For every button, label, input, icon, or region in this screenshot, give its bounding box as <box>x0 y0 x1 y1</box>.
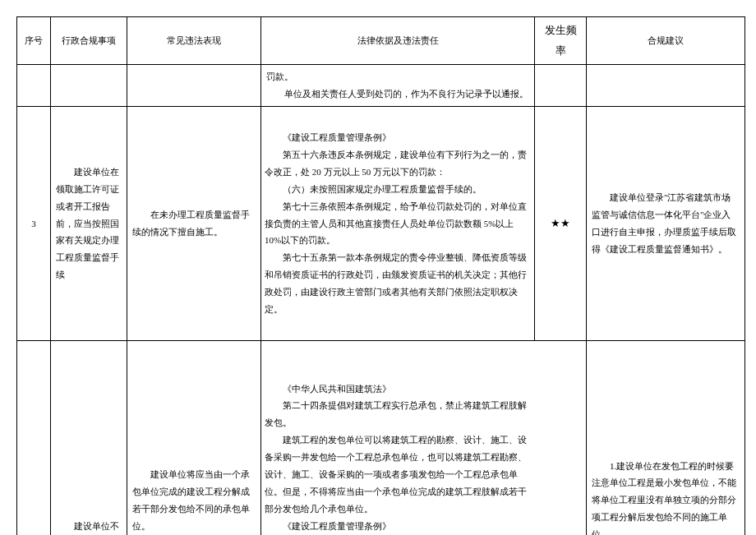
cell-suggest: 1.建设单位在发包工程的时候要注意单位工程是最小发包单位，不能将单位工程里没有单… <box>587 340 745 535</box>
legal-line: 《建设工程质量管理条例》 <box>265 518 532 535</box>
legal-line: 单位及相关责任人受到处罚的，作为不良行为记录予以通报。 <box>266 85 529 103</box>
header-seq: 序号 <box>17 17 51 65</box>
cell-matter: 建设单位在领取施工许可证或者开工报告前，应当按照国家有关规定办理工程质量监督手续 <box>51 107 127 341</box>
cell-seq: 4 <box>17 340 51 535</box>
cell-freq: ★ ★★ <box>535 340 587 535</box>
matter-text: 建设单位在领取施工许可证或者开工报告前，应当按照国家有关规定办理工程质量监督手续 <box>56 164 122 284</box>
legal-line: 《中华人民共和国建筑法》 <box>265 380 532 398</box>
legal-line: 第七十三条依照本条例规定，给予单位罚款处罚的，对单位直接负责的主管人员和其他直接… <box>265 198 531 250</box>
cell-matter <box>51 65 127 107</box>
cell-freq <box>535 65 587 107</box>
table-row: 3 建设单位在领取施工许可证或者开工报告前，应当按照国家有关规定办理工程质量监督… <box>17 107 745 341</box>
legal-line: 第二十四条提倡对建筑工程实行总承包，禁止将建筑工程肢解发包。 <box>265 397 532 431</box>
cell-suggest: 建设单位登录"江苏省建筑市场监管与诚信信息一体化平台"企业入口进行自主申报，办理… <box>587 107 745 341</box>
suggest-line: 1.建设单位在发包工程的时候要注意单位工程是最小发包单位，不能将单位工程里没有单… <box>592 458 740 535</box>
header-freq: 发生频率 <box>535 17 587 65</box>
violation-text: 在未办理工程质量监督手续的情况下擅自施工。 <box>132 206 256 241</box>
cell-violation: 建设单位将应当由一个承包单位完成的建设工程分解成若干部分发包给不同的承包单位。 … <box>127 340 261 535</box>
header-legal: 法律依据及违法责任 <box>261 17 535 65</box>
header-violation: 常见违法表现 <box>127 17 261 65</box>
violation-line: 建设单位将应当由一个承包单位完成的建设工程分解成若干部分发包给不同的承包单位。 <box>132 466 256 535</box>
cell-violation: 在未办理工程质量监督手续的情况下擅自施工。 <box>127 107 261 341</box>
table-row: 罚款。 单位及相关责任人受到处罚的，作为不良行为记录予以通报。 <box>17 65 745 107</box>
legal-line: 第五十六条违反本条例规定，建设单位有下列行为之一的，责令改正，处 20 万元以上… <box>265 146 531 181</box>
compliance-table: 序号 行政合规事项 常见违法表现 法律依据及违法责任 发生频率 合规建议 罚款。… <box>16 16 745 535</box>
table-row: 4 建设单位不得将建设工程肢解发包 建设单位将应当由一个承包单位完成的建设工程分… <box>17 340 745 535</box>
legal-line: 建筑工程的发包单位可以将建筑工程的勘察、设计、施工、设备采购一并发包给一个工程总… <box>265 431 532 517</box>
suggest-text: 建设单位登录"江苏省建筑市场监管与诚信信息一体化平台"企业入口进行自主申报，办理… <box>592 189 740 258</box>
cell-legal: 罚款。 单位及相关责任人受到处罚的，作为不良行为记录予以通报。 <box>261 65 535 107</box>
cell-freq: ★★ <box>535 107 587 341</box>
legal-line: 罚款。 <box>266 71 293 81</box>
cell-seq: 3 <box>17 107 51 341</box>
matter-text: 建设单位不得将建设工程肢解发包 <box>56 518 122 535</box>
legal-line: 第七十五条第一款本条例规定的责令停业整顿、降低资质等级和吊销资质证书的行政处罚，… <box>265 249 531 318</box>
table-header-row: 序号 行政合规事项 常见违法表现 法律依据及违法责任 发生频率 合规建议 <box>17 17 745 65</box>
cell-seq <box>17 65 51 107</box>
legal-line: 《建设工程质量管理条例》 <box>265 129 531 146</box>
cell-legal: 《建设工程质量管理条例》 第五十六条违反本条例规定，建设单位有下列行为之一的，责… <box>261 107 535 341</box>
header-suggest: 合规建议 <box>587 17 745 65</box>
cell-violation <box>127 65 261 107</box>
cell-legal: 《中华人民共和国建筑法》 第二十四条提倡对建筑工程实行总承包，禁止将建筑工程肢解… <box>261 340 535 535</box>
header-matter: 行政合规事项 <box>51 17 127 65</box>
cell-matter: 建设单位不得将建设工程肢解发包 <box>51 340 127 535</box>
cell-suggest <box>587 65 745 107</box>
legal-line: （六）未按照国家规定办理工程质量监督手续的。 <box>265 181 531 198</box>
